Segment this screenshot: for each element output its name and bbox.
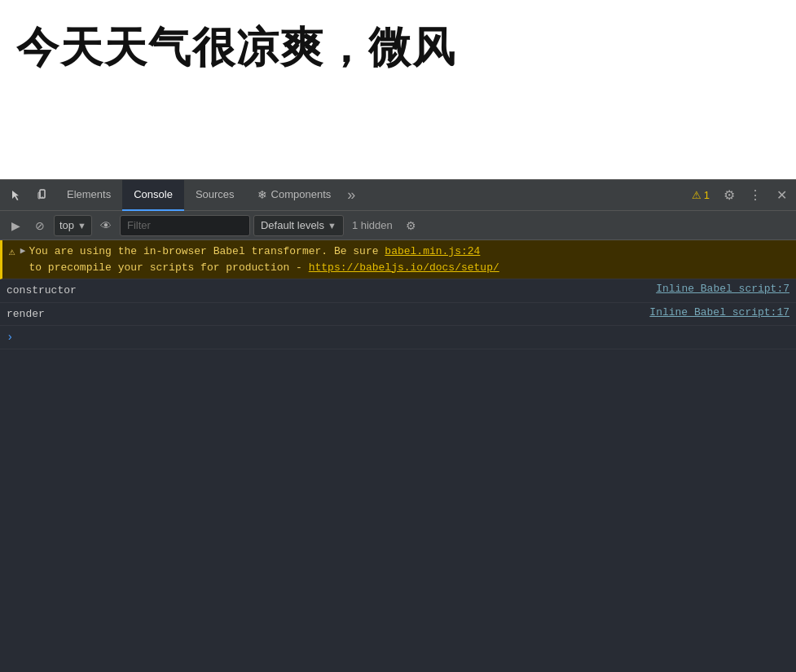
device-toggle-icon[interactable] — [29, 182, 55, 209]
console-eye-button[interactable]: 👁 — [95, 215, 117, 236]
tab-console[interactable]: Console — [122, 180, 184, 211]
babel-min-js-link[interactable]: babel.min.js:24 — [385, 245, 480, 257]
render-label: render — [7, 306, 636, 323]
warning-count-badge[interactable]: ⚠ 1 — [687, 187, 715, 203]
warning-icon: ⚠ — [9, 245, 15, 258]
warning-text-before-link: You are using the in-browser Babel trans… — [29, 245, 385, 257]
warning-expand-icon[interactable]: ▶ — [20, 245, 26, 256]
devtools-more-button[interactable]: ⋮ — [744, 184, 767, 207]
devtools-tab-actions: ⚠ 1 ⚙ ⋮ ✕ — [687, 184, 793, 207]
browser-page-content: 今天天气很凉爽，微风 — [0, 0, 796, 179]
console-input-area[interactable] — [16, 329, 789, 345]
tab-console-label: Console — [134, 188, 173, 200]
console-warning-row: ⚠ ▶ You are using the in-browser Babel t… — [0, 240, 796, 279]
eye-icon: 👁 — [100, 219, 112, 232]
constructor-source-link[interactable]: Inline Babel script:7 — [643, 283, 789, 295]
warning-count: 1 — [704, 189, 710, 201]
tab-elements-label: Elements — [67, 188, 111, 200]
gear-icon: ⚙ — [723, 187, 735, 203]
svg-rect-1 — [42, 196, 43, 197]
default-levels-label: Default levels — [261, 219, 324, 231]
levels-chevron-icon: ▼ — [328, 221, 336, 231]
devtools-settings-button[interactable]: ⚙ — [718, 184, 741, 207]
tab-sources-label: Sources — [196, 188, 235, 200]
warning-triangle-icon: ⚠ — [692, 189, 701, 201]
tab-elements[interactable]: Elements — [55, 180, 122, 211]
close-icon: ✕ — [776, 187, 787, 203]
console-filter-input[interactable] — [120, 215, 250, 236]
block-icon: ⊘ — [35, 219, 45, 232]
hidden-messages-count: 1 hidden — [347, 219, 398, 231]
console-gear-icon: ⚙ — [406, 219, 416, 232]
console-context-select[interactable]: top ▼ — [54, 215, 92, 236]
console-constructor-row: constructor Inline Babel script:7 — [0, 279, 796, 303]
render-source-link[interactable]: Inline Babel script:17 — [636, 306, 789, 318]
devtools-panel: Elements Console Sources ❄ Components » … — [0, 179, 796, 672]
warning-text-precompile: to precompile your scripts for productio… — [29, 261, 308, 274]
svg-rect-2 — [38, 192, 40, 199]
console-input-prompt-row[interactable]: › — [0, 326, 796, 349]
devtools-tab-bar: Elements Console Sources ❄ Components » … — [0, 180, 796, 211]
warning-message-content: You are using the in-browser Babel trans… — [29, 244, 789, 275]
console-output: ⚠ ▶ You are using the in-browser Babel t… — [0, 240, 796, 672]
devtools-close-button[interactable]: ✕ — [770, 184, 793, 207]
context-chevron-icon: ▼ — [77, 221, 86, 231]
prompt-caret-icon: › — [7, 331, 13, 344]
ellipsis-icon: ⋮ — [749, 187, 762, 203]
console-block-button[interactable]: ⊘ — [29, 215, 51, 236]
console-render-row: render Inline Babel script:17 — [0, 303, 796, 327]
context-label: top — [59, 219, 74, 231]
console-settings-button[interactable]: ⚙ — [401, 215, 422, 236]
tab-components-label: Components — [271, 188, 332, 200]
console-clear-button[interactable]: ▶ — [5, 215, 26, 236]
page-main-heading: 今天天气很凉爽，微风 — [16, 20, 456, 77]
babeljs-docs-link[interactable]: https://babeljs.io/docs/setup/ — [309, 261, 499, 274]
play-icon: ▶ — [11, 219, 20, 232]
components-snowflake-icon: ❄ — [257, 188, 267, 201]
tab-components[interactable]: ❄ Components — [246, 180, 343, 211]
console-toolbar: ▶ ⊘ top ▼ 👁 Default levels ▼ 1 hidden ⚙ — [0, 211, 796, 240]
tab-sources[interactable]: Sources — [184, 180, 246, 211]
inspect-element-icon[interactable] — [3, 182, 29, 209]
tabs-overflow-button[interactable]: » — [342, 187, 360, 204]
console-levels-button[interactable]: Default levels ▼ — [253, 215, 344, 236]
constructor-label: constructor — [7, 283, 643, 299]
